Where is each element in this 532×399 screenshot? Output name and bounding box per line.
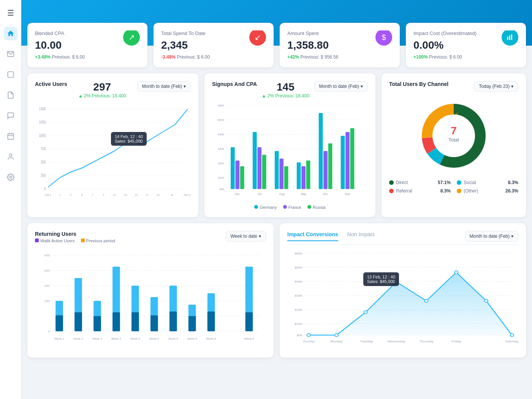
- returning-users-card: Returning Users Wallit Active Users Prev…: [27, 223, 274, 358]
- svg-text:$0K: $0K: [297, 333, 303, 337]
- package-icon[interactable]: [4, 68, 17, 81]
- bottom-row: Returning Users Wallit Active Users Prev…: [27, 223, 526, 358]
- svg-text:100: 100: [44, 299, 50, 303]
- svg-text:$40K: $40K: [295, 280, 303, 283]
- svg-rect-64: [306, 161, 310, 189]
- blended-cpa-prev: Previous: $ 6.00: [52, 54, 85, 60]
- blended-cpa-footer: +3.48% Previous: $ 6.00: [35, 54, 140, 60]
- total-spend-card: ↙ Total Spend To Date 2,345 -3.48% Previ…: [154, 23, 274, 67]
- svg-rect-53: [231, 147, 235, 189]
- svg-rect-102: [112, 312, 120, 331]
- donut-chart: 7 Total: [416, 98, 492, 174]
- svg-text:Tuesday: Tuesday: [360, 339, 373, 343]
- svg-rect-70: [350, 128, 355, 189]
- signups-cpa-legend: Germany France Russia: [212, 205, 368, 210]
- impact-conv-header: Impact Conversions Non Impact Month to d…: [287, 231, 518, 242]
- donut-svg: 7 Total: [416, 98, 492, 174]
- returning-users-dropdown[interactable]: Week to date ▾: [226, 231, 266, 242]
- svg-text:Week 6: Week 6: [244, 337, 254, 340]
- svg-rect-104: [131, 312, 139, 331]
- signups-cpa-svg: $60K $50K $40K $30K $20K $10K $0K: [212, 102, 368, 200]
- impact-cost-prev: Previous: $ 6.00: [429, 54, 462, 60]
- returning-users-title: Returning Users: [35, 231, 115, 237]
- signups-cpa-header: Signups And CPA 145 ▲ 2% Previous: 18,40…: [212, 81, 368, 99]
- svg-text:$50K: $50K: [218, 118, 224, 122]
- impact-conv-dropdown[interactable]: Month to date (Feb) ▾: [465, 231, 518, 242]
- returning-users-svg: 400 300 200 100 0: [35, 248, 266, 347]
- signups-cpa-dropdown[interactable]: Month to date (Feb) ▾: [314, 81, 368, 92]
- svg-text:Week 6: Week 6: [168, 337, 178, 340]
- svg-marker-139: [309, 272, 512, 335]
- svg-text:$50K: $50K: [295, 265, 303, 269]
- settings-icon[interactable]: [4, 170, 17, 184]
- calendar-icon[interactable]: [4, 129, 17, 143]
- signups-cpa-meta: ▲ 2% Previous: 18,400: [261, 93, 309, 99]
- svg-rect-114: [245, 312, 253, 331]
- signups-cpa-card: Signups And CPA 145 ▲ 2% Previous: 18,40…: [204, 73, 375, 217]
- active-users-header: Active Users 297 ▲ 2% Previous: 18,400 M…: [35, 81, 191, 99]
- svg-text:Nov: Nov: [345, 192, 350, 196]
- svg-rect-55: [240, 166, 244, 189]
- svg-text:11: 11: [113, 193, 116, 197]
- total-users-dropdown[interactable]: Today (Feb 23) ▾: [474, 81, 518, 92]
- svg-text:$60K: $60K: [218, 104, 224, 108]
- active-users-value-group: 297 ▲ 2% Previous: 18,400: [78, 81, 126, 99]
- svg-point-145: [454, 271, 458, 274]
- total-spend-trend: -3.48%: [161, 54, 176, 60]
- impact-conversions-card: Impact Conversions Non Impact Month to d…: [280, 223, 526, 358]
- svg-rect-9: [509, 36, 510, 40]
- svg-rect-108: [169, 312, 177, 331]
- amount-spent-trend: +42%: [287, 54, 299, 60]
- signups-cpa-value-group: 145 ▲ 2% Previous: 18,400: [261, 81, 309, 99]
- svg-text:Total: Total: [448, 137, 459, 143]
- tab-impact-conversions[interactable]: Impact Conversions: [287, 231, 338, 241]
- donut-legend: Direct 57.1% Social 8.3% Referral 8.3% (…: [389, 180, 518, 194]
- svg-rect-62: [297, 162, 301, 189]
- svg-point-6: [10, 154, 12, 157]
- svg-text:7: 7: [451, 125, 457, 137]
- impact-cost-card: Impact Cost (Overestimated) 0.00% +100% …: [406, 23, 526, 67]
- svg-rect-59: [275, 151, 279, 189]
- svg-text:13: 13: [124, 193, 127, 197]
- active-users-dropdown[interactable]: Month to date (Feb) ▾: [137, 81, 191, 92]
- tab-non-impact[interactable]: Non Impact: [347, 231, 375, 241]
- total-spend-footer: -3.48% Previous: $ 6.00: [161, 54, 266, 60]
- svg-text:$60K: $60K: [295, 251, 303, 255]
- active-users-chart: 14 Feb, 12 : 40 Sales: $45,000 1400 1050…: [35, 102, 191, 202]
- amount-spent-prev: Previous: $ 956.56: [300, 54, 338, 60]
- svg-text:Oct: Oct: [323, 192, 328, 196]
- svg-rect-100: [93, 316, 101, 331]
- total-spend-prev: Previous: $ 6.00: [177, 54, 210, 60]
- active-users-svg: 1400 1050 1050 700 350 350 0 Feb 1 1 5 3: [35, 102, 191, 200]
- svg-text:Saturday: Saturday: [505, 339, 518, 343]
- user-icon[interactable]: [4, 150, 17, 164]
- svg-text:0: 0: [44, 187, 46, 191]
- svg-text:Sunday: Sunday: [303, 339, 315, 343]
- svg-text:0: 0: [48, 329, 50, 333]
- svg-text:$20K: $20K: [295, 308, 303, 311]
- menu-icon[interactable]: ☰: [4, 6, 17, 20]
- legend-wallit: Wallit Active Users: [35, 238, 75, 243]
- legend-previous: Previous period: [81, 238, 115, 243]
- svg-text:$30K: $30K: [295, 294, 303, 297]
- svg-rect-60: [279, 159, 283, 189]
- svg-text:1050: 1050: [39, 134, 46, 138]
- svg-rect-56: [253, 132, 257, 189]
- svg-point-144: [424, 299, 428, 302]
- svg-text:400: 400: [44, 253, 50, 257]
- svg-rect-98: [74, 312, 82, 331]
- file-icon[interactable]: [4, 88, 17, 102]
- sidebar: ☰: [0, 0, 21, 399]
- signups-cpa-value: 145: [261, 81, 309, 93]
- svg-text:1400: 1400: [39, 107, 46, 111]
- svg-point-146: [484, 299, 488, 302]
- impact-cost-footer: +100% Previous: $ 6.00: [413, 54, 518, 60]
- home-icon[interactable]: [4, 27, 17, 40]
- svg-text:$30K: $30K: [218, 147, 224, 151]
- svg-text:Feb 1: Feb 1: [45, 193, 51, 197]
- email-icon[interactable]: [4, 47, 17, 61]
- svg-rect-96: [55, 315, 63, 331]
- svg-rect-68: [341, 136, 345, 189]
- chat-icon[interactable]: [4, 109, 17, 122]
- svg-text:Week 3: Week 3: [92, 337, 102, 340]
